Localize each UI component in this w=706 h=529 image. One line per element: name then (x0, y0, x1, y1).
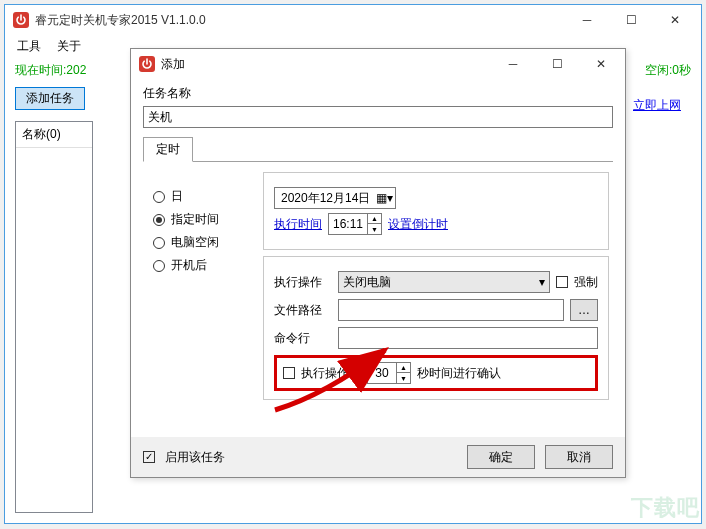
exec-time-spinner[interactable]: ▲▼ (328, 213, 382, 235)
idle-time-label: 空闲:0秒 (645, 62, 691, 79)
radio-fixed-time[interactable] (153, 214, 165, 226)
spin-down-icon[interactable]: ▼ (396, 373, 410, 383)
spin-up-icon[interactable]: ▲ (367, 214, 381, 224)
radio-idle[interactable] (153, 237, 165, 249)
cancel-button[interactable]: 取消 (545, 445, 613, 469)
confirm-checkbox[interactable] (283, 367, 295, 379)
minimize-button[interactable]: ─ (565, 6, 609, 34)
confirm-row-highlight: 执行操作前 ▲▼ 秒时间进行确认 (274, 355, 598, 391)
date-picker[interactable]: 2020年12月14日 ▦▾ (274, 187, 396, 209)
tab-timer[interactable]: 定时 (143, 137, 193, 162)
exec-time-label[interactable]: 执行时间 (274, 216, 322, 233)
enable-task-checkbox[interactable] (143, 451, 155, 463)
exec-action-select[interactable]: 关闭电脑 ▾ (338, 271, 550, 293)
enable-task-label: 启用该任务 (165, 449, 225, 466)
menu-tools[interactable]: 工具 (11, 36, 47, 57)
spin-up-icon[interactable]: ▲ (396, 363, 410, 373)
set-countdown-link[interactable]: 设置倒计时 (388, 216, 448, 233)
browse-button[interactable]: … (570, 299, 598, 321)
task-list: 名称(0) (15, 121, 93, 513)
add-task-button[interactable]: 添加任务 (15, 87, 85, 110)
dialog-footer: 启用该任务 确定 取消 (131, 437, 625, 477)
main-titlebar: 睿元定时关机专家2015 V1.1.0.0 ─ ☐ ✕ (5, 5, 701, 35)
dialog-title: 添加 (161, 56, 491, 73)
ok-button[interactable]: 确定 (467, 445, 535, 469)
radio-day[interactable] (153, 191, 165, 203)
file-path-label: 文件路径 (274, 302, 332, 319)
schedule-fieldset: 2020年12月14日 ▦▾ 执行时间 ▲▼ 设置倒计时 (263, 172, 609, 250)
tab-strip: 定时 (143, 136, 613, 162)
dialog-maximize-button[interactable]: ☐ (535, 50, 579, 78)
app-icon (13, 12, 29, 28)
menu-about[interactable]: 关于 (51, 36, 87, 57)
close-button[interactable]: ✕ (653, 6, 697, 34)
current-time-label: 现在时间:202 (15, 62, 86, 79)
task-name-input[interactable] (143, 106, 613, 128)
radio-after-boot[interactable] (153, 260, 165, 272)
chevron-down-icon: ▾ (539, 275, 545, 289)
task-list-header: 名称(0) (16, 122, 92, 148)
timer-mode-radios: 日 指定时间 电脑空闲 开机后 (147, 172, 247, 400)
add-task-dialog: 添加 ─ ☐ ✕ 任务名称 定时 日 指定时间 电脑空闲 开机后 (130, 48, 626, 478)
dialog-icon (139, 56, 155, 72)
dialog-close-button[interactable]: ✕ (579, 50, 623, 78)
action-fieldset: 执行操作 关闭电脑 ▾ 强制 文件路径 … 命令行 (263, 256, 609, 400)
force-label: 强制 (574, 274, 598, 291)
exec-action-label: 执行操作 (274, 274, 332, 291)
confirm-prefix: 执行操作前 (301, 365, 361, 382)
file-path-input[interactable] (338, 299, 564, 321)
cmd-label: 命令行 (274, 330, 332, 347)
task-name-label: 任务名称 (143, 85, 613, 102)
dialog-titlebar: 添加 ─ ☐ ✕ (131, 49, 625, 79)
go-online-link[interactable]: 立即上网 (633, 97, 681, 114)
cmd-input[interactable] (338, 327, 598, 349)
force-checkbox[interactable] (556, 276, 568, 288)
maximize-button[interactable]: ☐ (609, 6, 653, 34)
spin-down-icon[interactable]: ▼ (367, 224, 381, 234)
confirm-seconds-spinner[interactable]: ▲▼ (367, 362, 411, 384)
calendar-icon: ▦▾ (376, 191, 393, 205)
confirm-suffix: 秒时间进行确认 (417, 365, 501, 382)
watermark: 下载吧 (631, 493, 700, 523)
dialog-minimize-button[interactable]: ─ (491, 50, 535, 78)
main-title: 睿元定时关机专家2015 V1.1.0.0 (35, 12, 565, 29)
